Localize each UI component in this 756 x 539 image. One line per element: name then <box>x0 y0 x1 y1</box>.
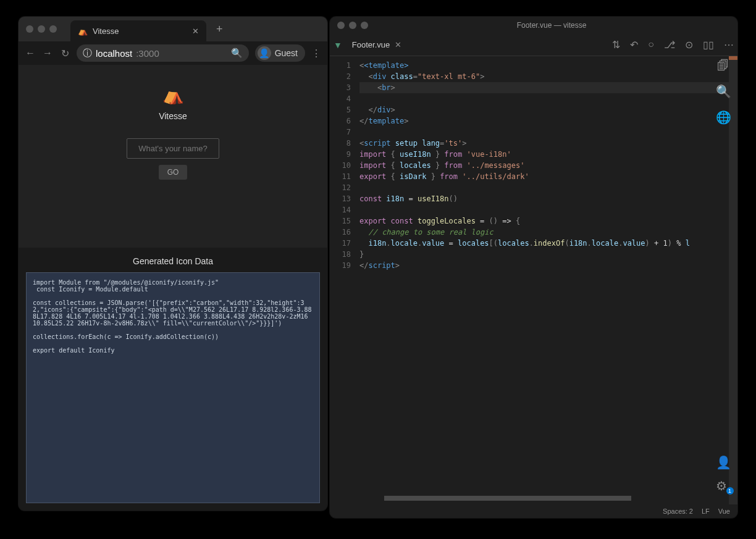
search-icon[interactable]: 🔍 <box>716 84 731 99</box>
maximize-window-icon[interactable] <box>49 25 57 33</box>
url-host: localhost <box>96 48 132 59</box>
split-icon[interactable]: ▯▯ <box>703 39 714 51</box>
timer-icon[interactable]: ⊙ <box>685 39 693 51</box>
editor-titlebar: Footer.vue — vitesse <box>330 17 737 34</box>
avatar-icon: 👤 <box>258 46 271 60</box>
more-menu-button[interactable]: ⋮ <box>311 48 321 59</box>
code-area[interactable]: <<template> <div class="text-xl mt-6"> <… <box>357 56 729 504</box>
reload-button[interactable]: ↻ <box>59 48 70 59</box>
status-spaces[interactable]: Spaces: 2 <box>663 508 693 515</box>
generated-title: Generated Icon Data <box>133 256 213 266</box>
profile-label: Guest <box>275 48 298 58</box>
generated-section: Generated Icon Data import Module from "… <box>19 248 327 511</box>
page-title: Vitesse <box>159 111 187 121</box>
activity-bar: 🗐 🔍 🌐 👤 ⚙1 <box>709 54 737 499</box>
traffic-lights <box>26 25 57 33</box>
close-tab-icon[interactable]: ✕ <box>395 40 401 49</box>
profile-chip[interactable]: 👤 Guest <box>255 44 305 62</box>
name-input[interactable] <box>127 138 219 159</box>
tent-icon: ⛺ <box>78 27 88 36</box>
generated-code[interactable]: import Module from "/@modules/@iconify/i… <box>26 272 320 503</box>
compare-icon[interactable]: ⇅ <box>612 39 620 51</box>
status-eol[interactable]: LF <box>702 508 710 515</box>
browser-window: ⛺ Vitesse ✕ + ← → ↻ ⓘ localhost:3000 🔍 👤… <box>19 17 327 511</box>
url-bar[interactable]: ⓘ localhost:3000 🔍 <box>77 44 249 62</box>
account-icon[interactable]: 👤 <box>716 455 731 470</box>
undo-icon[interactable]: ↶ <box>630 39 638 51</box>
new-tab-button[interactable]: + <box>216 23 223 36</box>
page-content: ⛺ Vitesse GO <box>19 65 327 248</box>
go-button[interactable]: GO <box>159 165 188 180</box>
tent-icon: ⛺ <box>162 85 184 105</box>
branch-icon[interactable]: ⎇ <box>664 39 675 51</box>
info-icon: ⓘ <box>83 48 92 59</box>
commit-icon[interactable]: ○ <box>648 39 654 51</box>
editor-actions: ⇅ ↶ ○ ⎇ ⊙ ▯▯ ⋯ <box>612 39 734 51</box>
horizontal-scrollbar[interactable] <box>384 496 700 501</box>
editor-window: Footer.vue — vitesse ▼ Footer.vue ✕ ⇅ ↶ … <box>330 17 737 518</box>
zoom-icon[interactable]: 🔍 <box>231 48 243 59</box>
forward-button[interactable]: → <box>42 48 53 59</box>
files-icon[interactable]: 🗐 <box>717 59 729 73</box>
traffic-lights <box>337 22 368 29</box>
minimize-window-icon[interactable] <box>38 25 45 33</box>
maximize-window-icon[interactable] <box>361 22 368 29</box>
badge: 1 <box>726 487 734 495</box>
browser-titlebar: ⛺ Vitesse ✕ + <box>19 17 327 41</box>
tab-title: Vitesse <box>93 27 119 36</box>
vue-icon: ▼ <box>334 40 342 50</box>
browser-toolbar: ← → ↻ ⓘ localhost:3000 🔍 👤 Guest ⋮ <box>19 41 327 65</box>
browser-tab[interactable]: ⛺ Vitesse ✕ <box>70 20 206 41</box>
more-icon[interactable]: ⋯ <box>724 39 734 51</box>
editor-tab[interactable]: Footer.vue ✕ <box>346 36 408 53</box>
close-window-icon[interactable] <box>337 22 345 29</box>
close-tab-icon[interactable]: ✕ <box>192 27 199 36</box>
line-gutter: 12345678910111213141516171819 <box>330 56 357 504</box>
url-port: :3000 <box>136 48 159 59</box>
back-button[interactable]: ← <box>25 48 36 59</box>
editor-body: 12345678910111213141516171819 <<template… <box>330 56 737 504</box>
minimize-window-icon[interactable] <box>349 22 356 29</box>
editor-tabs-bar: ▼ Footer.vue ✕ ⇅ ↶ ○ ⎇ ⊙ ▯▯ ⋯ <box>330 34 737 56</box>
close-window-icon[interactable] <box>26 25 33 33</box>
editor-title: Footer.vue — vitesse <box>373 21 730 30</box>
status-bar: Spaces: 2 LF Vue <box>330 504 737 518</box>
gear-icon[interactable]: ⚙1 <box>716 478 731 493</box>
tab-label: Footer.vue <box>352 40 390 49</box>
remote-icon[interactable]: 🌐 <box>716 110 731 125</box>
status-lang[interactable]: Vue <box>718 508 730 515</box>
